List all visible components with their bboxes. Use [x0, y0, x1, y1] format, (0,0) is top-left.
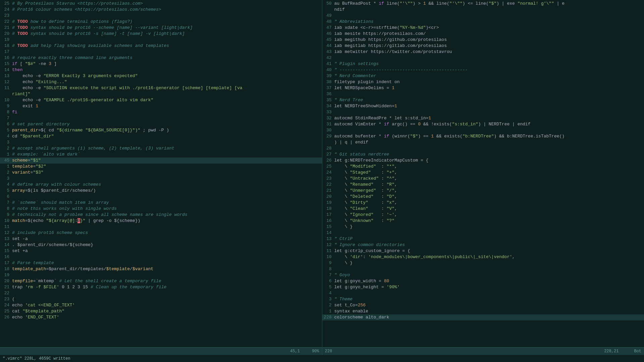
table-row: 228colorscheme alto_dark	[322, 314, 644, 320]
table-row: 14then	[0, 67, 322, 73]
table-row: 50au BufReadPost * if line("'\"") > 1 &&…	[322, 1, 644, 7]
table-row: 6	[0, 194, 322, 200]
table-row: 21 \ "Unmerged" : "/",	[322, 188, 644, 194]
right-pane: 50au BufReadPost * if line("'\"") > 1 &&…	[322, 0, 644, 355]
table-row: 10 echo -e "EXAMPLE ./prot16-generator a…	[0, 97, 322, 103]
table-row: riant]"	[0, 91, 322, 97]
table-row: 21trap 'rm -f $FILE' 0 1 2 3 15 # Clean …	[0, 284, 322, 290]
table-row: 26let g:NERDTreeIndicatorMapCustom = {	[322, 158, 644, 164]
editor-container: 25# By Protesilaos Stavrou <https://prot…	[0, 0, 644, 355]
table-row: 17	[0, 49, 322, 55]
table-row: 27" Git status nerdtree	[322, 152, 644, 158]
table-row: 37let NERDSpaceDelims = 1	[322, 85, 644, 91]
table-row: 26echo 'END_OF_TEXT'	[0, 314, 322, 320]
table-row: 3	[0, 176, 322, 182]
table-row: 45scheme="$1"	[0, 158, 322, 164]
table-row: 22 \ "Renamed" : "R",	[322, 182, 644, 188]
table-row: 9# technically not a problem since all s…	[0, 212, 322, 218]
left-status-position: 45,1	[287, 349, 303, 354]
table-row: 4# define array with colour schemes	[0, 182, 322, 188]
table-row: 19	[0, 272, 322, 278]
table-row: 48" Abbreviations	[322, 19, 644, 25]
left-code-area[interactable]: 25# By Protesilaos Stavrou <https://prot…	[0, 0, 322, 347]
table-row: 29autocmd bufenter * if (winnr("$") == 1…	[322, 133, 644, 139]
table-row: 5array=$(ls $parent_dir/schemes/)	[0, 188, 322, 194]
right-status-bot: Bot	[631, 349, 644, 354]
table-row: 23(	[0, 296, 322, 302]
table-row: 22# TODO how to define terminal options …	[0, 19, 322, 25]
table-row: 11 echo -e "SOLUTION execute the script …	[0, 85, 322, 91]
table-row: 38filetype plugin indent on	[322, 79, 644, 85]
table-row: 34let NERDTreeShowHidden=1	[322, 103, 644, 109]
table-row: 2variant="$3"	[0, 170, 322, 176]
table-row: 41" Plugin settings	[322, 61, 644, 67]
table-row: 5parent_dir=$( cd "$(dirname "${BASH_SOU…	[0, 127, 322, 133]
table-row: 47iab xdate <c-r>=strftime("%Y-%m-%d")<c…	[322, 25, 644, 31]
right-code-area[interactable]: 50au BufReadPost * if line("'\"") > 1 &&…	[322, 0, 644, 347]
table-row: 32autocmd StdinReadPre * let s:std_in=1	[322, 115, 644, 121]
table-row: 25 \ "Modified" : "*",	[322, 164, 644, 170]
table-row: 18# TODO add help flag showing available…	[0, 43, 322, 49]
table-row: 20tempfile=`mktemp` # Let the shell crea…	[0, 278, 322, 284]
table-row: 15set +a	[0, 248, 322, 254]
table-row: 25# By Protesilaos Stavrou <https://prot…	[0, 1, 322, 7]
table-row: 28	[322, 145, 644, 152]
table-row: 13set -a	[0, 236, 322, 242]
table-row: 13 echo -e "ERROR Exactly 3 arguments ex…	[0, 73, 322, 79]
table-row: 42	[322, 55, 644, 61]
table-row: 45iab megithub https://github.com/protes…	[322, 37, 644, 43]
table-row: 15 \ }	[322, 224, 644, 230]
table-row: 2# accept shell arguments (1) scheme, (2…	[0, 145, 322, 152]
left-pane: 25# By Protesilaos Stavrou <https://prot…	[0, 0, 322, 355]
table-row: 14	[322, 230, 644, 236]
table-row: 21# TODO syntax should be prot16 --schem…	[0, 25, 322, 31]
table-row: 16	[0, 254, 322, 260]
table-row: 24 \ "Staged" : "+",	[322, 170, 644, 176]
table-row: 6let g:goyo_width = 80	[322, 278, 644, 284]
table-row: 30	[322, 127, 644, 133]
table-row: 5let g:goyo_height = '90%'	[322, 284, 644, 290]
table-row: 9 exit 1	[0, 103, 322, 109]
table-row: 10match=$(echo "${array[@]:0}" | grep -o…	[0, 218, 322, 224]
table-row: 25cat "$template_path"	[0, 308, 322, 314]
table-row: 8fi	[0, 109, 322, 115]
table-row: 3	[0, 139, 322, 145]
table-row: 16# require exactly three command line a…	[0, 55, 322, 61]
table-row: 24echo 'cat <<END_OF_TEXT'	[0, 302, 322, 308]
table-row: 43iab metwitter https://twitter.com/prot…	[322, 49, 644, 55]
left-status-percent: 90%	[309, 349, 322, 354]
table-row: 44iab megitlab https://gitlab.com/protes…	[322, 43, 644, 49]
table-row: 12" Ignore common directories	[322, 242, 644, 248]
table-row: 23 \ "Untracked" : "^",	[322, 176, 644, 182]
command-line: ".vimrc" 228L, 4659C written	[0, 355, 644, 362]
table-row: 14. $parent_dir/schemes/${scheme}	[0, 242, 322, 248]
table-row: 7" Goyo	[322, 272, 644, 278]
table-row: 36	[322, 91, 644, 97]
table-row: 18 \ "Clean" : "V",	[322, 206, 644, 212]
table-row: 2set t_Co=256	[322, 302, 644, 308]
table-row: 19	[0, 37, 322, 43]
table-row: 18template_path=$parent_dir/templates/$t…	[0, 266, 322, 272]
table-row: 8# note this works only with single word…	[0, 206, 322, 212]
table-row: 49	[322, 13, 644, 19]
table-row: 12# include prot16 scheme specs	[0, 230, 322, 236]
table-row: 17 \ "Ignored" : '~',	[322, 212, 644, 218]
table-row: 8	[322, 266, 644, 272]
table-row: 4	[322, 290, 644, 296]
right-status-bar: 228 228,21 Bot	[322, 347, 644, 355]
table-row: 1syntax enable	[322, 308, 644, 314]
table-row: 7	[0, 115, 322, 121]
table-row: 33	[322, 109, 644, 115]
table-row: 15if [ "$#" -ne 3 ]	[0, 61, 322, 67]
cmd-text: ".vimrc" 228L, 4659C written	[3, 356, 641, 361]
table-row: 46iab mesite https://protesilaos.com/	[322, 31, 644, 37]
table-row: 19 \ "Dirty" : "x",	[322, 200, 644, 206]
right-status-col: 228,21	[601, 349, 621, 354]
table-row: 35" Nerd Tree	[322, 97, 644, 103]
table-row: 9 \ }	[322, 260, 644, 266]
table-row: 1template="$2"	[0, 164, 322, 170]
table-row: 11	[0, 224, 322, 230]
table-row: 12 echo "Exiting..."	[0, 79, 322, 85]
table-row: 4cd "$parent_dir"	[0, 133, 322, 139]
table-row: 20# TODO syntax should be prot16 -s [nam…	[0, 31, 322, 37]
